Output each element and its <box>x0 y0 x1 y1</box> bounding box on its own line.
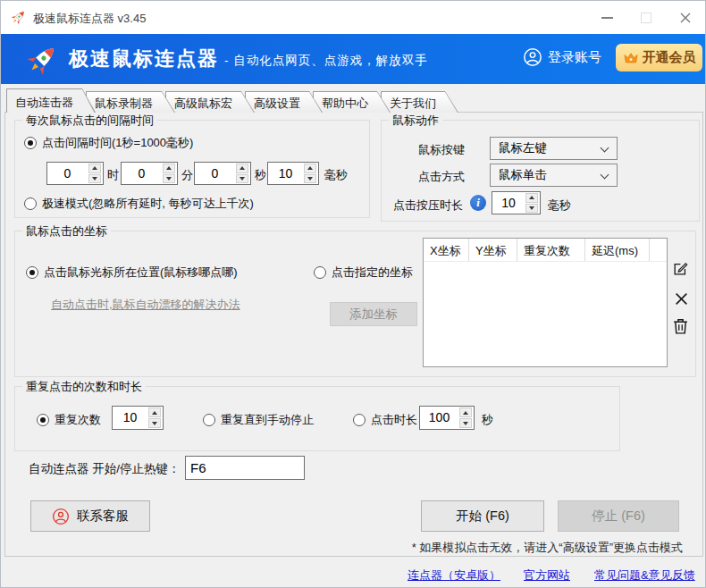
repeat-until-stop-radio[interactable] <box>203 414 215 426</box>
minimize-icon <box>601 17 613 19</box>
minutes-spinner[interactable]: 0 <box>121 162 178 185</box>
hours-up-button[interactable] <box>88 164 101 173</box>
fixed-coords-radio-row[interactable]: 点击指定的坐标 <box>314 265 413 281</box>
coordinates-table[interactable]: X坐标 Y坐标 重复次数 延迟(ms) <box>423 238 668 367</box>
interval-group: 每次鼠标点击的间隔时间 点击间隔时间(1秒=1000毫秒) 0 时 0 <box>14 120 370 218</box>
hours-down-button[interactable] <box>88 174 101 184</box>
column-y[interactable]: Y坐标 <box>469 239 517 261</box>
contact-support-button[interactable]: 联系客服 <box>30 500 150 532</box>
milliseconds-down-button[interactable] <box>304 174 316 184</box>
fixed-coords-radio-label: 点击指定的坐标 <box>332 265 413 281</box>
interval-radio-row[interactable]: 点击间隔时间(1秒=1000毫秒) <box>24 135 193 151</box>
login-label: 登录账号 <box>548 49 601 66</box>
remove-coordinate-button[interactable] <box>671 289 691 308</box>
press-duration-spinner[interactable]: 10 <box>492 191 541 214</box>
column-x[interactable]: X坐标 <box>424 239 469 261</box>
clear-coordinates-button[interactable] <box>670 316 690 336</box>
tab-advanced-settings[interactable]: 高级设置 <box>245 91 323 113</box>
minimize-button[interactable] <box>587 1 626 34</box>
down-arrow-icon <box>240 177 245 181</box>
tab-advanced-macro[interactable]: 高级鼠标宏 <box>165 91 255 113</box>
faq-feedback-link[interactable]: 常见问题&意见反馈 <box>594 567 695 584</box>
repeat-count-radio-row[interactable]: 重复次数 <box>37 412 101 428</box>
app-window: 极速鼠标连点器 v3.45 极速鼠标连点器 - 自动化点网页、点游戏，解放双手 <box>0 0 706 588</box>
hours-value[interactable]: 0 <box>47 163 88 184</box>
repeat-until-stop-radio-row[interactable]: 重复直到手动停止 <box>203 412 314 428</box>
repeat-group-title: 重复点击的次数和时长 <box>22 379 146 395</box>
seconds-up-button[interactable] <box>236 164 248 173</box>
minutes-value[interactable]: 0 <box>122 163 162 184</box>
tab-about-us[interactable]: 关于我们 <box>381 91 458 113</box>
press-down-button[interactable] <box>525 204 538 214</box>
repeat-down-button[interactable] <box>148 418 161 428</box>
android-version-link[interactable]: 连点器（安卓版） <box>408 567 500 584</box>
turbo-radio-row[interactable]: 极速模式(忽略所有延时, 每秒可达上千次) <box>24 196 254 212</box>
fixed-coords-radio[interactable] <box>314 266 326 279</box>
milliseconds-up-button[interactable] <box>304 164 316 173</box>
start-button[interactable]: 开始 (F6) <box>421 500 544 532</box>
click-mode-select[interactable]: 鼠标单击 <box>490 164 618 187</box>
milliseconds-spinner[interactable]: 10 <box>267 162 319 185</box>
add-coordinate-button[interactable]: 添加坐标 <box>330 302 417 326</box>
hotkey-input[interactable] <box>185 456 305 480</box>
minutes-up-button[interactable] <box>163 164 175 173</box>
interval-radio[interactable] <box>24 137 37 149</box>
click-mode-value: 鼠标单击 <box>499 167 547 183</box>
crown-icon <box>623 51 639 65</box>
duration-down-button[interactable] <box>459 418 472 428</box>
column-delay[interactable]: 延迟(ms) <box>585 239 650 261</box>
seconds-down-button[interactable] <box>236 174 248 184</box>
coordinates-table-header: X坐标 Y坐标 重复次数 延迟(ms) <box>424 239 667 262</box>
click-duration-spinner[interactable]: 100 <box>419 406 475 430</box>
tab-help-center[interactable]: 帮助中心 <box>313 91 391 113</box>
mouse-button-select[interactable]: 鼠标左键 <box>490 137 618 160</box>
milliseconds-unit: 毫秒 <box>324 167 348 183</box>
repeat-up-button[interactable] <box>148 407 161 417</box>
info-icon[interactable]: i <box>470 195 486 211</box>
up-arrow-icon <box>529 196 534 199</box>
press-duration-value[interactable]: 10 <box>492 192 525 214</box>
tab-auto-clicker[interactable]: 自动连击器 <box>6 88 96 113</box>
up-arrow-icon <box>92 166 97 170</box>
seconds-value[interactable]: 0 <box>195 163 235 184</box>
repeat-until-stop-label: 重复直到手动停止 <box>221 412 314 428</box>
down-arrow-icon <box>529 206 534 210</box>
hours-unit: 时 <box>107 167 119 183</box>
click-duration-radio[interactable] <box>353 414 366 426</box>
down-arrow-icon <box>152 422 157 425</box>
repeat-count-radio[interactable] <box>37 414 49 426</box>
up-arrow-icon <box>463 411 468 415</box>
drift-solution-link[interactable]: 自动点击时,鼠标自动漂移的解决办法 <box>51 297 240 313</box>
click-duration-radio-row[interactable]: 点击时长 <box>353 412 417 428</box>
user-circle-icon <box>523 47 542 67</box>
milliseconds-value[interactable]: 10 <box>268 163 303 184</box>
repeat-count-spinner[interactable]: 10 <box>112 406 164 430</box>
click-duration-value[interactable]: 100 <box>420 407 458 429</box>
edit-coordinate-button[interactable] <box>670 259 690 279</box>
click-duration-unit: 秒 <box>482 412 493 428</box>
mouse-button-label: 鼠标按键 <box>418 142 465 158</box>
maximize-icon <box>641 13 651 23</box>
maximize-button[interactable] <box>626 1 666 34</box>
official-website-link[interactable]: 官方网站 <box>524 567 570 584</box>
login-button[interactable]: 登录账号 <box>523 47 601 67</box>
repeat-count-value[interactable]: 10 <box>113 407 147 429</box>
duration-up-button[interactable] <box>459 407 472 417</box>
column-repeat[interactable]: 重复次数 <box>517 239 585 261</box>
close-button[interactable] <box>666 1 705 34</box>
press-up-button[interactable] <box>525 193 538 203</box>
cursor-position-radio[interactable] <box>26 266 38 279</box>
cursor-position-radio-row[interactable]: 点击鼠标光标所在位置(鼠标移哪点哪) <box>26 265 238 281</box>
chevron-down-icon <box>601 171 609 180</box>
hours-spinner[interactable]: 0 <box>46 162 104 185</box>
minutes-down-button[interactable] <box>163 174 175 184</box>
seconds-spinner[interactable]: 0 <box>194 162 251 185</box>
repeat-group: 重复点击的次数和时长 重复次数 10 重复直到手动停止 点击时长 <box>14 386 620 451</box>
turbo-radio[interactable] <box>24 197 37 210</box>
tab-bar: 自动连击器 鼠标录制器 高级鼠标宏 高级设置 帮助中心 关于我们 <box>6 88 449 113</box>
tab-mouse-recorder[interactable]: 鼠标录制器 <box>86 91 175 113</box>
seconds-unit: 秒 <box>255 167 266 183</box>
vip-button[interactable]: 开通会员 <box>616 44 702 71</box>
turbo-radio-label: 极速模式(忽略所有延时, 每秒可达上千次) <box>42 196 254 212</box>
stop-button[interactable]: 停止 (F6) <box>558 500 679 532</box>
